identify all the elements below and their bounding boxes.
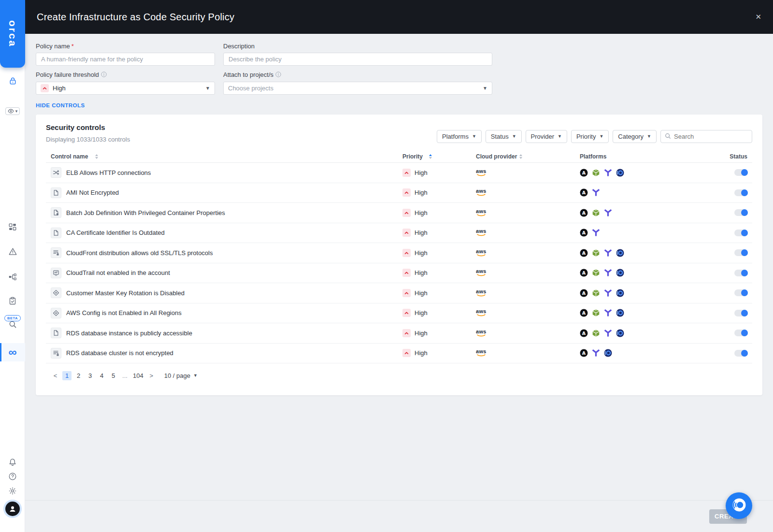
col-priority[interactable]: Priority	[402, 153, 423, 160]
prev-page-button[interactable]: <	[51, 371, 60, 380]
table-row[interactable]: ELB Allows HTTP connections High aws A	[46, 163, 752, 183]
pulumi-icon	[616, 309, 624, 317]
status-toggle[interactable]	[734, 310, 747, 316]
status-toggle[interactable]	[734, 330, 747, 336]
chevron-down-icon: ▼	[647, 134, 651, 139]
sidebar-item-shift-left[interactable]: ∞	[0, 343, 25, 361]
control-name: Batch Job Definition With Privileged Con…	[66, 209, 225, 216]
threshold-select[interactable]: High ▼	[36, 82, 215, 95]
cloudformation-icon	[592, 249, 600, 257]
table-row[interactable]: CloudTrail not enabled in the account Hi…	[46, 263, 752, 284]
sidebar-item-profile[interactable]	[0, 502, 25, 516]
sidebar-item-notifications[interactable]	[0, 458, 25, 469]
filter-button-provider[interactable]: Provider ▼	[526, 130, 567, 143]
sidebar-item-search[interactable]: BETA	[0, 315, 25, 331]
sidebar-item-settings[interactable]	[0, 487, 25, 497]
page-number-1[interactable]: 1	[62, 371, 72, 380]
aws-icon: aws	[476, 289, 487, 297]
close-icon[interactable]: ✕	[755, 13, 761, 21]
page-number-2[interactable]: 2	[74, 371, 83, 380]
col-control-name[interactable]: Control name	[51, 153, 88, 160]
table-row[interactable]: AWS Config is not Enabled in All Regions…	[46, 303, 752, 324]
filter-button-priority[interactable]: Priority ▼	[571, 130, 609, 143]
description-input[interactable]	[223, 53, 492, 66]
status-toggle[interactable]	[734, 289, 747, 296]
page-number-4[interactable]: 4	[97, 371, 106, 380]
search-icon	[8, 320, 17, 331]
sidebar-item-help[interactable]	[0, 472, 25, 483]
platform-icons: A	[580, 269, 688, 277]
status-toggle[interactable]	[734, 169, 747, 176]
orca-logo[interactable]: orca	[0, 0, 25, 68]
pulumi-icon	[616, 329, 624, 337]
svg-text:A: A	[582, 290, 586, 296]
sidebar-item-visibility-filter[interactable]: ▾	[0, 107, 25, 115]
status-toggle[interactable]	[734, 270, 747, 276]
dialog-header: Create Infrastructure as Code Security P…	[25, 0, 773, 34]
priority-high-icon	[402, 209, 411, 217]
filter-label: Platforms	[442, 133, 469, 140]
page-number-104[interactable]: 104	[132, 371, 144, 380]
info-icon	[275, 72, 281, 79]
terraform-icon	[604, 209, 612, 217]
pagination: < 12345...104 > 10 / page ▼	[46, 371, 752, 380]
hide-controls-link[interactable]: HIDE CONTROLS	[36, 102, 85, 108]
next-page-button[interactable]: >	[147, 371, 156, 380]
cloudformation-icon	[592, 209, 600, 217]
filter-label: Status	[491, 133, 509, 140]
sort-asc-icon[interactable]	[429, 154, 432, 159]
sidebar-item-inventory[interactable]	[0, 273, 25, 283]
table-row[interactable]: Batch Job Definition With Privileged Con…	[46, 203, 752, 223]
sidebar-item-compliance[interactable]	[0, 297, 25, 307]
control-name: AWS Config is not Enabled in All Regions	[66, 309, 182, 316]
table-row[interactable]: RDS database instance is publicly access…	[46, 323, 752, 344]
cloudformation-icon	[592, 289, 600, 297]
filter-button-status[interactable]: Status ▼	[486, 130, 522, 143]
terraform-icon	[604, 269, 612, 277]
status-toggle[interactable]	[734, 230, 747, 236]
filter-button-platforms[interactable]: Platforms ▼	[437, 130, 482, 143]
status-toggle[interactable]	[734, 249, 747, 256]
sort-icon[interactable]	[95, 154, 98, 159]
projects-placeholder: Choose projects	[228, 85, 273, 92]
sidebar-item-dashboard[interactable]	[0, 223, 25, 233]
table-body: ELB Allows HTTP connections High aws A A…	[46, 163, 752, 363]
col-status: Status	[730, 153, 747, 160]
sort-icon[interactable]	[519, 154, 522, 159]
priority-high-icon	[402, 289, 411, 297]
threshold-value: High	[53, 85, 66, 92]
page-number-3[interactable]: 3	[86, 371, 95, 380]
platform-icons: A	[580, 249, 688, 257]
status-toggle[interactable]	[734, 209, 747, 216]
platform-icons: A	[580, 229, 688, 237]
page-number-5[interactable]: 5	[109, 371, 118, 380]
search-input[interactable]	[674, 133, 759, 140]
table-row[interactable]: AMI Not Encrypted High aws A	[46, 183, 752, 203]
terraform-icon	[592, 188, 600, 197]
status-toggle[interactable]	[734, 350, 747, 357]
table-row[interactable]: Customer Master Key Rotation is Disabled…	[46, 283, 752, 303]
priority-high-icon	[402, 229, 411, 237]
projects-select[interactable]: Choose projects ▼	[223, 82, 492, 95]
priority-label: High	[415, 249, 428, 257]
filter-button-category[interactable]: Category ▼	[613, 130, 657, 143]
chevron-down-icon: ▼	[483, 86, 487, 91]
sidebar-item-security[interactable]	[0, 76, 25, 87]
ansible-icon: A	[580, 349, 588, 357]
policy-name-input[interactable]	[36, 53, 215, 66]
col-cloud-provider[interactable]: Cloud provider	[476, 153, 517, 160]
sidebar-item-alerts[interactable]	[0, 247, 25, 258]
table-row[interactable]: CloudFront distribution allows old SSL/T…	[46, 243, 752, 263]
dialog-body: Policy name* Description Policy failure …	[25, 34, 773, 500]
priority-label: High	[415, 269, 428, 276]
terraform-icon	[604, 289, 612, 297]
page-title: Create Infrastructure as Code Security P…	[37, 12, 234, 23]
table-row[interactable]: CA Certificate Identifier Is Outdated Hi…	[46, 223, 752, 244]
table-row[interactable]: RDS database cluster is not encrypted Hi…	[46, 344, 752, 364]
status-toggle[interactable]	[734, 189, 747, 196]
col-platforms: Platforms	[580, 153, 606, 160]
page-size-select[interactable]: 10 / page ▼	[164, 372, 198, 379]
aws-icon: aws	[476, 329, 487, 337]
chat-button[interactable]	[726, 492, 752, 519]
dashboard-icon	[8, 223, 17, 233]
